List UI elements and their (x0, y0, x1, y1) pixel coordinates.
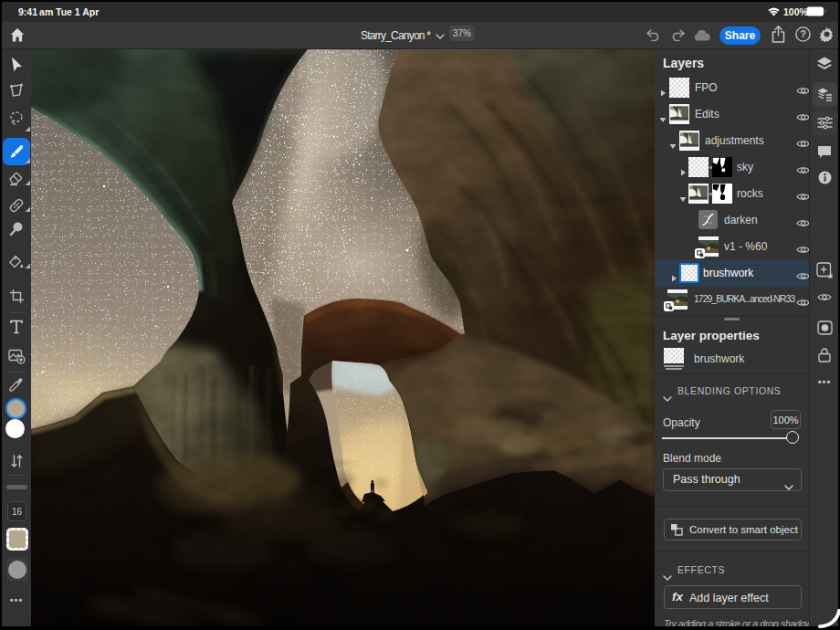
svg-text:?: ? (800, 28, 806, 39)
